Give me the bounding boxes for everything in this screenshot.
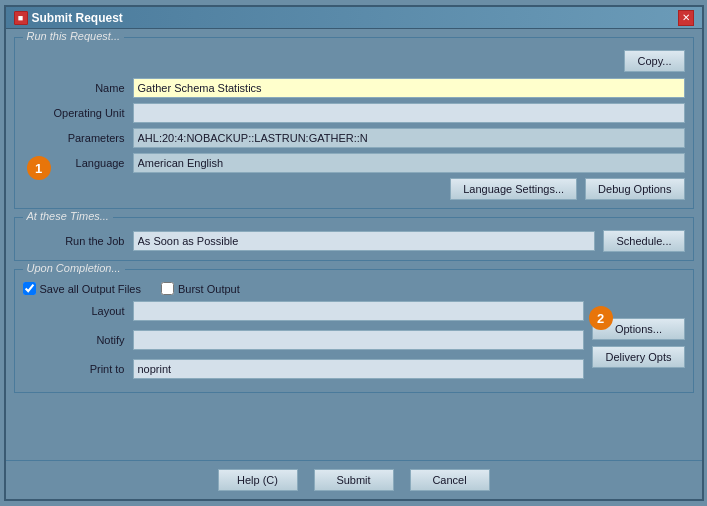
- copy-button[interactable]: Copy...: [624, 50, 684, 72]
- operating-unit-input[interactable]: [133, 103, 685, 123]
- debug-options-button[interactable]: Debug Options: [585, 178, 684, 200]
- operating-unit-label: Operating Unit: [23, 107, 133, 119]
- submit-request-dialog: ■ Submit Request ✕ Run this Request... C…: [4, 5, 704, 501]
- run-request-label: Run this Request...: [23, 30, 125, 42]
- dialog-title: Submit Request: [32, 11, 123, 25]
- at-these-times-section: At these Times... Run the Job Schedule..…: [14, 217, 694, 261]
- completion-grid: Layout Notify Print to Options... Delive…: [23, 301, 685, 384]
- cancel-button[interactable]: Cancel: [410, 469, 490, 491]
- copy-btn-row: Copy...: [23, 50, 685, 72]
- save-output-checkbox[interactable]: [23, 282, 36, 295]
- close-button[interactable]: ✕: [678, 10, 694, 26]
- run-job-label: Run the Job: [23, 235, 133, 247]
- notify-label: Notify: [23, 334, 133, 346]
- layout-input[interactable]: [133, 301, 585, 321]
- section-buttons-row: Language Settings... Debug Options: [23, 178, 685, 200]
- burst-output-checkbox-label[interactable]: Burst Output: [161, 282, 240, 295]
- language-row: Language: [23, 153, 685, 173]
- language-settings-button[interactable]: Language Settings...: [450, 178, 577, 200]
- save-output-checkbox-label[interactable]: Save all Output Files: [23, 282, 142, 295]
- upon-completion-section: Upon Completion... Save all Output Files…: [14, 269, 694, 393]
- dialog-body: Run this Request... Copy... Name Operati…: [6, 29, 702, 460]
- layout-label: Layout: [23, 305, 133, 317]
- upon-completion-label: Upon Completion...: [23, 262, 125, 274]
- name-row: Name: [23, 78, 685, 98]
- operating-unit-row: Operating Unit: [23, 103, 685, 123]
- at-these-times-label: At these Times...: [23, 210, 113, 222]
- parameters-row: Parameters: [23, 128, 685, 148]
- completion-fields: Layout Notify Print to: [23, 301, 585, 384]
- title-bar-left: ■ Submit Request: [14, 11, 123, 25]
- run-job-row: Run the Job Schedule...: [23, 230, 685, 252]
- notify-input[interactable]: [133, 330, 585, 350]
- submit-button[interactable]: Submit: [314, 469, 394, 491]
- run-job-input[interactable]: [133, 231, 596, 251]
- schedule-button[interactable]: Schedule...: [603, 230, 684, 252]
- title-bar: ■ Submit Request ✕: [6, 7, 702, 29]
- annotation-2: 2: [589, 306, 613, 330]
- delivery-opts-button[interactable]: Delivery Opts: [592, 346, 684, 368]
- print-to-label: Print to: [23, 363, 133, 375]
- notify-row: Notify: [23, 330, 585, 350]
- parameters-label: Parameters: [23, 132, 133, 144]
- dialog-icon: ■: [14, 11, 28, 25]
- language-input[interactable]: [133, 153, 685, 173]
- name-input[interactable]: [133, 78, 685, 98]
- parameters-input[interactable]: [133, 128, 685, 148]
- layout-row: Layout: [23, 301, 585, 321]
- footer-bar: Help (C) Submit Cancel: [6, 460, 702, 499]
- checkbox-row: Save all Output Files Burst Output: [23, 282, 685, 295]
- name-label: Name: [23, 82, 133, 94]
- burst-output-checkbox[interactable]: [161, 282, 174, 295]
- help-button[interactable]: Help (C): [218, 469, 298, 491]
- save-output-text: Save all Output Files: [40, 283, 142, 295]
- annotation-1: 1: [27, 156, 51, 180]
- run-request-section: Run this Request... Copy... Name Operati…: [14, 37, 694, 209]
- print-to-input[interactable]: [133, 359, 585, 379]
- burst-output-text: Burst Output: [178, 283, 240, 295]
- print-to-row: Print to: [23, 359, 585, 379]
